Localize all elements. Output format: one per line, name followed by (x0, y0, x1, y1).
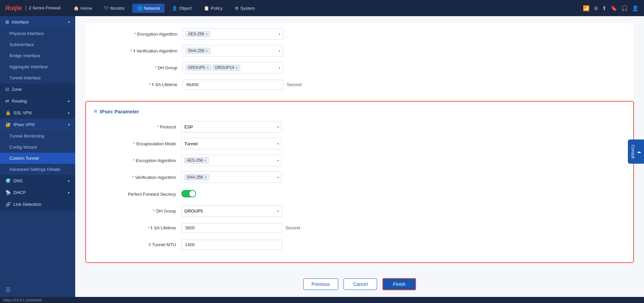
pfs-toggle[interactable] (181, 190, 196, 197)
dh-group-select-top[interactable]: GROUP5 ✕ GROUP14 ✕ ▾ (183, 62, 283, 73)
tunnel-mtu-row: ℹ Tunnel MTU (94, 239, 625, 250)
sa-lifetime-input[interactable] (181, 223, 282, 233)
sidebar-collapse-button[interactable]: ☰ (0, 283, 75, 297)
dh-group-select[interactable]: GROUP5 ▾ (181, 205, 282, 217)
protocol-select[interactable]: ESP ▾ (181, 121, 282, 132)
sidebar-item-physical-interface[interactable]: Physical Interface (0, 28, 75, 39)
ipsec-vpn-chevron-icon: ▾ (68, 123, 70, 126)
user-icon[interactable]: 👤 (632, 5, 639, 11)
cancel-button[interactable]: Cancel (343, 278, 377, 290)
protocol-label: * Protocol (94, 124, 181, 129)
previous-button[interactable]: Previous (303, 278, 338, 290)
encryption-algorithm-select-top[interactable]: AES-256 ✕ ▾ (183, 28, 283, 40)
dhcp-section-icon: 📡 (5, 190, 11, 195)
sa-lifetime-suffix: Second (285, 225, 300, 230)
finish-button[interactable]: Finish (382, 278, 416, 290)
consult-icon: ☁ (637, 149, 641, 154)
ipsec-param-icon: ≡ (94, 108, 97, 114)
sa-lifetime-field-top[interactable] (183, 80, 283, 89)
form-footer: Previous Cancel Finish (75, 273, 644, 297)
encryption-algorithm-select-box[interactable]: AES-256 ✕ ▾ (181, 155, 282, 166)
dhcp-chevron-icon: ▸ (68, 191, 70, 194)
encryption-algorithm-label-top: * Encryption Algorithm (95, 32, 183, 37)
encapsulation-mode-select-box[interactable]: Tunnel ▾ (181, 138, 282, 149)
status-url: https://10.0.1.1/network (3, 298, 42, 302)
sidebar-item-bridge-interface[interactable]: Bridge Interface (0, 50, 75, 61)
encryption-algorithm-select[interactable]: AES-256 ✕ ▾ (181, 155, 282, 166)
dh-group-chevron-icon: ▾ (277, 209, 279, 213)
system-icon: ⚙ (235, 6, 239, 11)
sidebar-section-ipsec-vpn[interactable]: 🔐 IPsec VPN ▾ (0, 119, 75, 130)
sidebar-section-routing-label: Routing (12, 99, 27, 104)
protocol-select-box[interactable]: ESP ▾ (181, 121, 282, 132)
verification-algorithm-label: * Verification Algorithm (94, 175, 181, 180)
encapsulation-mode-select[interactable]: Tunnel ▾ (181, 138, 282, 149)
pfs-label: Perfect Forward Secrecy (94, 192, 181, 197)
group14-tag-top: GROUP14 ✕ (213, 65, 240, 71)
sa-lifetime-input-top[interactable] (183, 80, 283, 89)
nav-home[interactable]: 🏠 Home (69, 4, 97, 13)
tunnel-mtu-info-icon[interactable]: ℹ (149, 242, 151, 247)
tunnel-mtu-field[interactable] (181, 240, 282, 250)
sidebar-section-dns-label: DNS (13, 178, 22, 183)
nav-policy[interactable]: 📋 Policy (199, 4, 227, 13)
nav-network[interactable]: 🌐 Network (132, 4, 165, 13)
sidebar-section-routing[interactable]: ⇄ Routing ▸ (0, 95, 75, 107)
tunnel-mtu-input[interactable] (181, 240, 282, 250)
sidebar-section-ssl-vpn[interactable]: 🔒 SSL VPN ▸ (0, 107, 75, 119)
encryption-algorithm-chevron-top: ▾ (279, 32, 280, 36)
verification-algorithm-select-box[interactable]: SHA-256 ✕ ▾ (181, 172, 282, 183)
sidebar-item-tunnel-interface[interactable]: Tunnel Interface (0, 72, 75, 83)
sidebar-item-subinterface[interactable]: Subinterface (0, 39, 75, 50)
interface-chevron-icon: ▾ (68, 20, 70, 24)
sidebar-item-custom-tunnel[interactable]: Custom Tunnel (0, 153, 75, 164)
nav-monitor[interactable]: 🛡 Monitor (99, 4, 129, 13)
verification-algorithm-chevron-top: ▾ (279, 49, 280, 53)
status-bar: https://10.0.1.1/network (0, 297, 644, 303)
verification-info-icon-top[interactable]: ℹ (134, 48, 135, 53)
sidebar-section-ssl-vpn-label: SSL VPN (13, 110, 32, 115)
sidebar-item-aggregate-interface[interactable]: Aggregate Interface (0, 61, 75, 72)
sidebar-section-interface-label: Interface (12, 20, 29, 25)
dh-group-select-box-top[interactable]: GROUP5 ✕ GROUP14 ✕ ▾ (183, 62, 283, 73)
verification-algorithm-select[interactable]: SHA-256 ✕ ▾ (181, 172, 282, 183)
zone-section-icon: ⊡ (5, 87, 9, 92)
sa-lifetime-info-icon[interactable]: ℹ (151, 225, 152, 230)
sa-lifetime-suffix-top: Second (287, 82, 302, 87)
bookmark-icon[interactable]: 🔖 (610, 5, 617, 11)
verification-algorithm-select-top[interactable]: SHA-256 ✕ ▾ (183, 45, 283, 56)
pfs-toggle-container[interactable] (181, 190, 282, 198)
sidebar-section-dns[interactable]: 🌍 DNS ▸ (0, 175, 75, 187)
sidebar-section-dhcp[interactable]: 📡 DHCP ▸ (0, 187, 75, 198)
protocol-row: * Protocol ESP ▾ (94, 121, 625, 132)
encryption-algorithm-row-top: * Encryption Algorithm AES-256 ✕ ▾ (95, 28, 624, 40)
nav-system[interactable]: ⚙ System (230, 4, 260, 13)
dh-group-chevron-top: ▾ (279, 66, 280, 70)
sa-lifetime-field[interactable] (181, 223, 282, 233)
encapsulation-mode-label: * Encapsulation Mode (94, 141, 181, 146)
encryption-algorithm-select-box-top[interactable]: AES-256 ✕ ▾ (183, 28, 283, 40)
sidebar-section-zone[interactable]: ⊡ Zone (0, 83, 75, 95)
brand-logo: Ruijie Z Series Firewall (5, 5, 61, 12)
sidebar-item-config-wizard[interactable]: Config Wizard (0, 142, 75, 153)
wifi-icon[interactable]: 📶 (583, 5, 590, 11)
ssl-vpn-chevron-icon: ▸ (68, 111, 70, 115)
headphone-icon[interactable]: 🎧 (621, 5, 628, 11)
dh-group-label: * DH Group (94, 209, 181, 214)
main-content: * Encryption Algorithm AES-256 ✕ ▾ * ℹ (75, 16, 644, 297)
alert-icon[interactable]: ⊗ (594, 5, 598, 11)
content-area: * Encryption Algorithm AES-256 ✕ ▾ * ℹ (75, 16, 644, 273)
consult-button[interactable]: ☁ Consult (628, 139, 644, 164)
sidebar-section-link-detection[interactable]: 🔗 Link Detection (0, 198, 75, 210)
sa-lifetime-info-icon-top[interactable]: ℹ (152, 82, 154, 87)
sidebar-item-advanced-settings-details[interactable]: Advanced Settings Details (0, 164, 75, 175)
nav-object[interactable]: 👤 Object (167, 4, 196, 13)
sidebar-item-tunnel-monitoring[interactable]: Tunnel Monitoring (0, 130, 75, 142)
aes256-tag: AES-256 ✕ (184, 157, 209, 163)
pfs-row: Perfect Forward Secrecy (94, 188, 625, 200)
upload-icon[interactable]: ⬆ (602, 5, 606, 11)
dh-group-select-box[interactable]: GROUP5 ▾ (181, 205, 282, 217)
verification-algorithm-select-box-top[interactable]: SHA-256 ✕ ▾ (183, 45, 283, 56)
sidebar-section-interface[interactable]: ⊞ Interface ▾ (0, 16, 75, 28)
sidebar: ⊞ Interface ▾ Physical Interface Subinte… (0, 16, 75, 297)
